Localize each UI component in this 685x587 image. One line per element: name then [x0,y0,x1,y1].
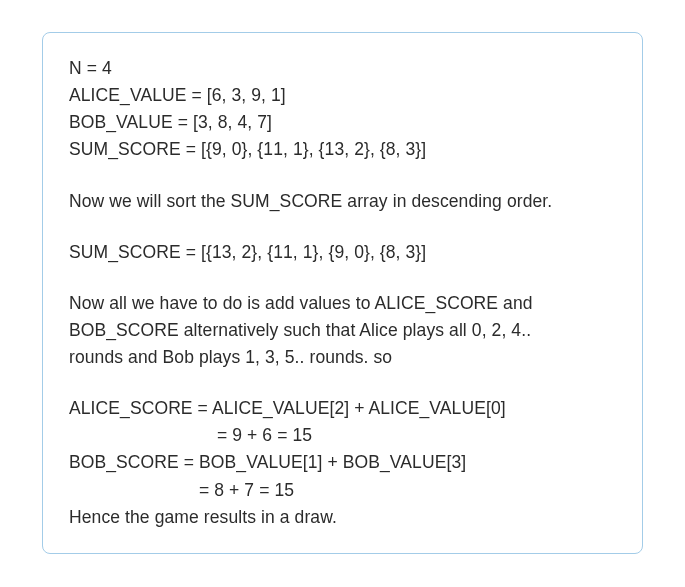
alice-score-line-1: ALICE_SCORE = ALICE_VALUE[2] + ALICE_VAL… [69,395,616,422]
n-line: N = 4 [69,55,616,82]
spacer [69,215,616,239]
bob-score-line-2: = 8 + 7 = 15 [69,477,616,504]
alice-score-line-2: = 9 + 6 = 15 [69,422,616,449]
conclusion-line: Hence the game results in a draw. [69,504,616,531]
explain-line-1: Now all we have to do is add values to A… [69,290,616,317]
explanation-box: N = 4 ALICE_VALUE = [6, 3, 9, 1] BOB_VAL… [42,32,643,554]
spacer [69,266,616,290]
sum-score-sorted-line: SUM_SCORE = [{13, 2}, {11, 1}, {9, 0}, {… [69,239,616,266]
alice-value-line: ALICE_VALUE = [6, 3, 9, 1] [69,82,616,109]
sort-text-line: Now we will sort the SUM_SCORE array in … [69,188,616,215]
spacer [69,164,616,188]
spacer [69,371,616,395]
bob-score-line-1: BOB_SCORE = BOB_VALUE[1] + BOB_VALUE[3] [69,449,616,476]
explain-line-3: rounds and Bob plays 1, 3, 5.. rounds. s… [69,344,616,371]
bob-value-line: BOB_VALUE = [3, 8, 4, 7] [69,109,616,136]
sum-score-initial-line: SUM_SCORE = [{9, 0}, {11, 1}, {13, 2}, {… [69,136,616,163]
explain-line-2: BOB_SCORE alternatively such that Alice … [69,317,616,344]
